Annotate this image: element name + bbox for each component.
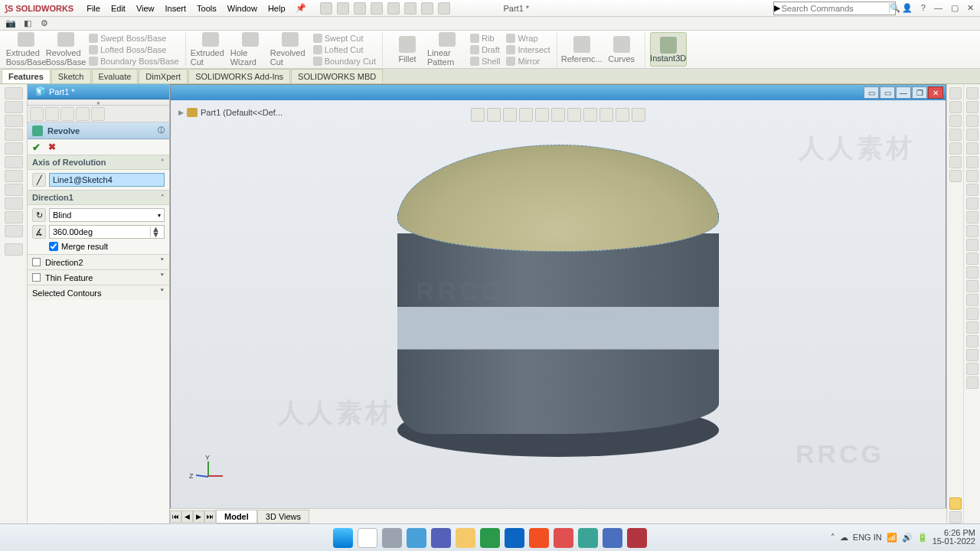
tray-onedrive-icon[interactable]: ☁ — [840, 533, 848, 543]
boundary-boss-button[interactable]: Boundary Boss/Base — [87, 56, 181, 67]
screenshot-icon[interactable]: 📷 — [5, 18, 17, 30]
ltool-7[interactable] — [5, 170, 23, 182]
curves-button[interactable]: Curves — [602, 32, 642, 67]
rtool-6[interactable] — [966, 156, 978, 168]
ltool-5[interactable] — [5, 142, 23, 155]
options2-icon[interactable]: ⚙ — [38, 18, 51, 30]
merge-result-checkbox[interactable]: Merge result — [32, 242, 165, 251]
wrap-button[interactable]: Wrap — [505, 33, 551, 44]
rtool-4[interactable] — [966, 129, 978, 141]
ltool-9[interactable] — [5, 197, 23, 210]
dimxpert-icon[interactable] — [76, 107, 90, 121]
rib-button[interactable]: Rib — [469, 33, 501, 44]
extruded-cut-button[interactable]: Extruded Cut — [191, 32, 230, 67]
pin-icon[interactable]: 📌 — [296, 3, 306, 13]
rtool-8[interactable] — [966, 184, 978, 196]
boundary-cut-button[interactable]: Boundary Cut — [312, 56, 377, 67]
menu-tools[interactable]: Tools — [191, 2, 222, 15]
search-run-icon[interactable]: ▶ — [774, 3, 780, 13]
ltool-3[interactable] — [5, 115, 23, 127]
rtool-7[interactable] — [966, 170, 978, 182]
tab-nav-last-icon[interactable]: ⏭ — [204, 510, 216, 523]
rtool-13[interactable] — [966, 253, 978, 265]
menu-view[interactable]: View — [131, 2, 160, 15]
child-min2-icon[interactable]: ▭ — [880, 86, 895, 99]
user-icon[interactable]: 👤 — [899, 3, 916, 12]
app-blue-icon[interactable] — [603, 528, 622, 548]
linear-pattern-button[interactable]: Linear Pattern — [427, 32, 467, 67]
swept-boss-button[interactable]: Swept Boss/Base — [87, 33, 181, 44]
reference-geometry-button[interactable]: Referenc... — [562, 32, 602, 67]
direction1-header[interactable]: Direction1˄ — [28, 191, 169, 205]
rtool-10[interactable] — [966, 211, 978, 223]
axis-section-header[interactable]: Axis of Revolution˄ — [28, 155, 169, 170]
ltool-4[interactable] — [5, 129, 23, 141]
print-icon[interactable] — [371, 2, 383, 15]
rtool-3[interactable] — [966, 115, 978, 127]
rtool-15[interactable] — [966, 280, 978, 292]
intersect-button[interactable]: Intersect — [505, 44, 551, 55]
redo-icon[interactable] — [404, 2, 416, 15]
minimize-icon[interactable]: — — [931, 3, 946, 12]
revolved-boss-button[interactable]: Revolved Boss/Base — [46, 32, 86, 67]
tray-clock[interactable]: 6:26 PM15-01-2022 — [933, 529, 975, 546]
chat-icon[interactable] — [431, 528, 451, 548]
child-min1-icon[interactable]: ▭ — [864, 86, 879, 99]
rtool-11[interactable] — [966, 225, 978, 237]
ltool-6[interactable] — [5, 156, 23, 168]
options-icon[interactable] — [438, 2, 450, 15]
task-pane-extra-icon[interactable] — [949, 511, 962, 523]
help-icon[interactable]: ? — [918, 3, 929, 12]
property-manager-icon[interactable] — [45, 107, 59, 121]
search-input[interactable] — [780, 3, 889, 14]
rtool-2[interactable] — [966, 101, 978, 113]
start-button[interactable] — [333, 528, 353, 548]
menu-file[interactable]: File — [81, 2, 106, 15]
tab-nav-first-icon[interactable]: ⏮ — [170, 510, 181, 523]
rtool-5[interactable] — [966, 142, 978, 155]
cancel-button[interactable]: ✖ — [48, 142, 56, 152]
rtool-12[interactable] — [966, 239, 978, 251]
maximize-icon[interactable]: ▢ — [948, 3, 962, 12]
child-minimize-icon[interactable]: — — [896, 86, 911, 99]
fillet-button[interactable]: Fillet — [387, 32, 427, 67]
tab-features[interactable]: Features — [2, 69, 51, 83]
graphics-viewport[interactable]: ▭ ▭ — ❐ ✕ ▶ Part1 (Default<<Def... — [170, 84, 946, 523]
view-palette-icon[interactable] — [949, 129, 962, 141]
instant3d-button[interactable]: Instant3D — [650, 32, 687, 67]
ltool-2[interactable] — [5, 101, 23, 113]
configuration-icon[interactable] — [60, 107, 74, 121]
custom-props-icon[interactable] — [949, 156, 962, 168]
task-view-icon[interactable] — [382, 528, 402, 548]
orientation-triad[interactable]: YZ — [194, 461, 224, 492]
tab-evaluate[interactable]: Evaluate — [92, 69, 139, 83]
lofted-cut-button[interactable]: Lofted Cut — [312, 44, 377, 55]
tray-wifi-icon[interactable]: 📶 — [887, 533, 897, 543]
draft-button[interactable]: Draft — [469, 44, 501, 55]
ltool-8[interactable] — [5, 184, 23, 196]
menu-edit[interactable]: Edit — [106, 2, 131, 15]
forum-icon[interactable] — [949, 170, 962, 182]
ok-button[interactable]: ✔ — [32, 142, 41, 153]
lofted-boss-button[interactable]: Lofted Boss/Base — [87, 44, 181, 55]
tab-addins[interactable]: SOLIDWORKS Add-Ins — [188, 69, 290, 83]
rtool-18[interactable] — [966, 321, 978, 334]
appearances-icon[interactable] — [949, 142, 962, 155]
file-explorer-icon[interactable] — [949, 115, 962, 127]
rtool-22[interactable] — [966, 377, 978, 389]
ltool-11[interactable] — [5, 225, 23, 237]
child-close-icon[interactable]: ✕ — [928, 86, 943, 99]
ltool-measure[interactable] — [5, 243, 23, 256]
rtool-9[interactable] — [966, 197, 978, 210]
menu-insert[interactable]: Insert — [160, 2, 192, 15]
model-tab[interactable]: Model — [216, 510, 257, 523]
tray-chevron-icon[interactable]: ˄ — [831, 533, 835, 543]
capture-icon[interactable]: ◧ — [21, 18, 34, 30]
rtool-17[interactable] — [966, 308, 978, 320]
hole-wizard-button[interactable]: Hole Wizard — [230, 32, 270, 67]
tab-mbd[interactable]: SOLIDWORKS MBD — [291, 69, 383, 83]
swept-cut-button[interactable]: Swept Cut — [312, 33, 377, 44]
ltool-10[interactable] — [5, 211, 23, 223]
thin-feature-header[interactable]: Thin Feature ˅ — [28, 269, 169, 285]
shell-button[interactable]: Shell — [469, 56, 501, 67]
